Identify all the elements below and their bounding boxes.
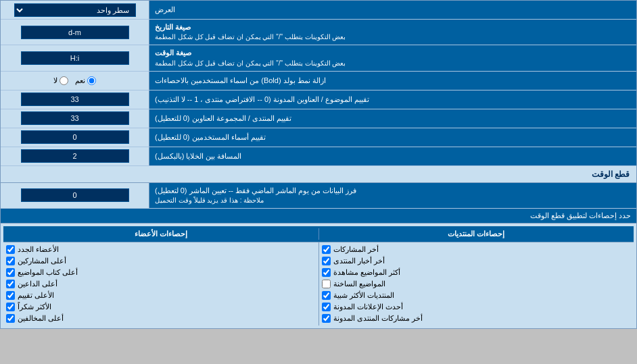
stats-limit-row: حدد إحصاءات لتطبيق قطع الوقت [1, 209, 636, 224]
sort-topic-label: تقييم الموضوع / العناوين المدونة (0 -- ا… [149, 90, 636, 109]
stats-body: أخر المشاركات أخر أخبار المنتدى أكثر الم… [3, 242, 634, 326]
stat-member-item-5: الأعلى تقييم [6, 290, 316, 301]
cutoff-input-cell [1, 183, 149, 208]
stat-checkbox-5[interactable] [322, 291, 331, 300]
display-label: العرض [149, 1, 636, 19]
cutoff-row: فرز البيانات من يوم الماشر الماضي فقط --… [1, 183, 636, 209]
date-format-row: صيغة التاريخ بعض التكوينات يتطلب "/" الت… [1, 20, 636, 45]
sort-topic-input-cell [1, 90, 149, 109]
time-format-row: صيغة الوقت بعض التكوينات يتطلب "/" التي … [1, 45, 636, 71]
stat-member-checkbox-7[interactable] [6, 314, 15, 323]
stats-container: إحصاءات المنتديات إحصاءات الأعضاء أخر ال… [1, 224, 636, 328]
display-row: العرض سطر واحد سطرين ثلاثة أسطر [1, 1, 636, 20]
stat-member-checkbox-5[interactable] [6, 291, 15, 300]
stat-member-checkbox-6[interactable] [6, 303, 15, 311]
sort-forum-row: تقييم المنتدى / المجموعة العناوين (0 للت… [1, 109, 636, 128]
cutoff-input[interactable] [21, 188, 129, 202]
stat-member-item-7: أعلى المخالفين [6, 313, 316, 324]
sort-users-input[interactable] [21, 130, 129, 144]
date-format-input[interactable] [21, 26, 129, 39]
stat-item-2: أخر أخبار المنتدى [322, 255, 632, 267]
stat-checkbox-4[interactable] [322, 280, 331, 288]
sort-users-label: تقييم أسماء المستخدمين (0 للتعطيل) [149, 128, 636, 147]
sort-forum-input-cell [1, 109, 149, 128]
time-format-input[interactable] [21, 51, 129, 65]
stat-checkbox-1[interactable] [322, 245, 331, 254]
stat-member-checkbox-3[interactable] [6, 268, 15, 277]
bold-yes-label[interactable]: نعم [75, 76, 96, 85]
spacing-row: المسافة بين الخلايا (بالبكسل) [1, 147, 636, 166]
cutoff-section-header: قطع الوقت [1, 166, 636, 183]
stat-checkbox-2[interactable] [322, 257, 331, 265]
time-format-input-cell [1, 45, 149, 70]
cutoff-label: فرز البيانات من يوم الماشر الماضي فقط --… [149, 183, 636, 208]
sort-users-input-cell [1, 128, 149, 147]
sort-users-row: تقييم أسماء المستخدمين (0 للتعطيل) [1, 128, 636, 147]
sort-topic-row: تقييم الموضوع / العناوين المدونة (0 -- ا… [1, 90, 636, 109]
stat-checkbox-7[interactable] [322, 314, 331, 323]
stat-item-7: أخر مشاركات المنتدى المدونة [322, 313, 632, 324]
stat-member-checkbox-4[interactable] [6, 280, 15, 288]
stat-member-item-2: أعلى المشاركين [6, 255, 316, 267]
stats-col-header-1: إحصاءات المنتديات [318, 228, 634, 240]
stat-item-1: أخر المشاركات [322, 244, 632, 255]
stat-item-3: أكثر المواضيع مشاهدة [322, 267, 632, 278]
stat-item-5: المنتديات الأكثر شبية [322, 290, 632, 301]
stat-member-item-1: الأعضاء الجدد [6, 244, 316, 255]
stat-member-checkbox-1[interactable] [6, 245, 15, 254]
stats-header-row: إحصاءات المنتديات إحصاءات الأعضاء [3, 226, 634, 242]
stat-member-item-3: أعلى كتاب المواضيع [6, 267, 316, 278]
display-select[interactable]: سطر واحد سطرين ثلاثة أسطر [14, 3, 136, 17]
stat-item-4: المواضيع الساخنة [322, 278, 632, 290]
stat-member-checkbox-2[interactable] [6, 257, 15, 265]
stat-item-6: أحدث الإعلانات المدونة [322, 301, 632, 313]
spacing-input[interactable] [21, 149, 129, 163]
main-container: العرض سطر واحد سطرين ثلاثة أسطر صيغة الت… [0, 0, 637, 329]
bold-radio-cell: نعم لا [1, 72, 149, 90]
stats-list-members: الأعضاء الجدد أعلى المشاركين أعلى كتاب ا… [3, 242, 318, 326]
sort-forum-label: تقييم المنتدى / المجموعة العناوين (0 للت… [149, 109, 636, 128]
stats-list-forums: أخر المشاركات أخر أخبار المنتدى أكثر الم… [318, 242, 634, 326]
sort-forum-input[interactable] [21, 111, 129, 125]
date-format-input-cell [1, 20, 149, 45]
date-format-label: صيغة التاريخ بعض التكوينات يتطلب "/" الت… [149, 20, 636, 45]
stats-col-header-2: إحصاءات الأعضاء [3, 228, 318, 240]
display-input-cell: سطر واحد سطرين ثلاثة أسطر [1, 1, 149, 19]
bold-row: ازالة نمط بولد (Bold) من اسماء المستخدمي… [1, 72, 636, 90]
bold-no-label[interactable]: لا [53, 76, 68, 85]
bold-label: ازالة نمط بولد (Bold) من اسماء المستخدمي… [149, 72, 636, 90]
spacing-label: المسافة بين الخلايا (بالبكسل) [149, 147, 636, 165]
stat-member-item-4: أعلى الداعين [6, 278, 316, 290]
bold-yes-radio[interactable] [87, 76, 96, 85]
stat-checkbox-3[interactable] [322, 268, 331, 277]
time-format-label: صيغة الوقت بعض التكوينات يتطلب "/" التي … [149, 45, 636, 70]
stat-checkbox-6[interactable] [322, 303, 331, 311]
spacing-input-cell [1, 147, 149, 165]
stat-member-item-6: الأكثر شكراً [6, 301, 316, 313]
bold-no-radio[interactable] [60, 76, 68, 85]
sort-topic-input[interactable] [21, 93, 129, 106]
